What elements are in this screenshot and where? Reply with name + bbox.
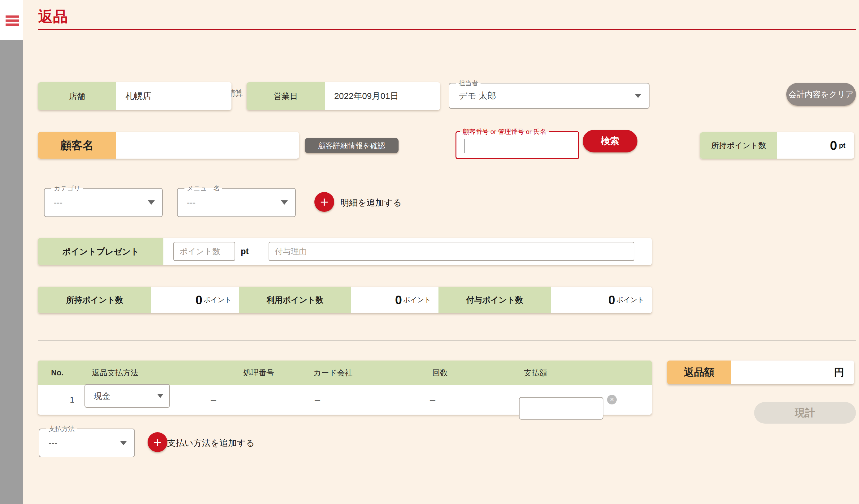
- used-points-summary-label: 利用ポイント数: [239, 287, 351, 313]
- installments-value: –: [426, 385, 439, 415]
- granted-points-summary-value: 0 ポイント: [551, 287, 652, 313]
- payment-method-select-value: ---: [49, 438, 57, 448]
- business-date-value: 2022年09月01日: [325, 82, 440, 110]
- payment-table-header: No. 返品支払方法 処理番号 カード会社 回数 支払額: [38, 361, 652, 385]
- held-points-value: 0 pt: [777, 132, 854, 159]
- sidebar: [0, 0, 23, 504]
- menu-bar: [5, 23, 19, 26]
- business-date-label: 営業日: [247, 82, 325, 110]
- amount-input[interactable]: [519, 397, 603, 420]
- add-item-label: 明細を追加する: [341, 197, 402, 209]
- process-no-value: –: [207, 385, 220, 415]
- cancel-icon[interactable]: ✕: [607, 395, 617, 405]
- chevron-down-icon: [120, 441, 127, 445]
- held-points-field: 所持ポイント数 0 pt: [700, 132, 854, 159]
- card-company-value: –: [311, 385, 324, 415]
- header-installments: 回数: [432, 361, 448, 385]
- store-field: 店舗 札幌店: [38, 82, 231, 110]
- payment-method-row-value: 現金: [94, 391, 110, 401]
- held-points-summary-label: 所持ポイント数: [38, 287, 151, 313]
- point-gift-label: ポイントプレゼント: [38, 238, 163, 265]
- menu-bar: [5, 19, 19, 22]
- business-date-field: 営業日 2022年09月01日: [247, 82, 440, 110]
- refund-total-field: 返品額 円: [667, 361, 854, 384]
- add-item-button[interactable]: +: [314, 192, 334, 212]
- customer-name-label: 顧客名: [38, 132, 116, 159]
- menu-select[interactable]: メニュー名 ---: [177, 188, 296, 217]
- staff-select-label: 担当者: [456, 79, 481, 87]
- menu-icon[interactable]: [5, 15, 19, 26]
- granted-points-summary-label: 付与ポイント数: [438, 287, 551, 313]
- add-payment-button[interactable]: +: [148, 432, 167, 452]
- header-card-company: カード会社: [314, 361, 352, 385]
- search-button[interactable]: 検索: [583, 130, 637, 153]
- customer-detail-button[interactable]: 顧客詳細情報を確認: [305, 138, 398, 153]
- clear-sale-button[interactable]: 会計内容をクリア: [786, 83, 856, 106]
- refund-total-unit: 円: [834, 365, 844, 379]
- chevron-down-icon: [148, 200, 155, 205]
- header-process-no: 処理番号: [243, 361, 274, 385]
- point-gift-unit: pt: [241, 238, 248, 265]
- chevron-down-icon: [281, 200, 288, 205]
- payment-method-select-label: 支払方法: [46, 425, 77, 433]
- category-select[interactable]: カテゴリ ---: [44, 188, 163, 217]
- category-select-value: ---: [54, 198, 62, 207]
- section-divider: [38, 340, 856, 341]
- menu-bar: [5, 15, 19, 18]
- point-gift-reason-input[interactable]: [269, 242, 634, 261]
- cash-total-button[interactable]: 現計: [754, 402, 856, 424]
- customer-search-input[interactable]: [467, 135, 573, 156]
- used-points-summary-value: 0 ポイント: [351, 287, 438, 313]
- store-label: 店舗: [38, 82, 116, 110]
- customer-name-field: 顧客名: [38, 132, 299, 159]
- staff-select-value: デモ 太郎: [458, 90, 496, 102]
- customer-name-value: [116, 132, 299, 159]
- menu-select-label: メニュー名: [184, 184, 222, 192]
- plus-icon: +: [153, 434, 162, 451]
- plus-icon: +: [320, 193, 329, 210]
- payment-method-row-select[interactable]: 現金: [85, 384, 170, 408]
- chevron-down-icon: [635, 94, 642, 98]
- header-amount: 支払額: [524, 361, 547, 385]
- customer-search-label: 顧客番号 or 管理番号 or 氏名: [460, 128, 549, 136]
- returns-page: 返品 新規会計 返品 レジ精算 閉店処理 店舗 札幌店 営業日 2022年09月…: [0, 0, 859, 504]
- store-value: 札幌店: [116, 82, 231, 110]
- header-method: 返品支払方法: [92, 361, 138, 385]
- staff-select[interactable]: 担当者 デモ 太郎: [449, 83, 649, 109]
- header-no: No.: [51, 361, 63, 385]
- refund-total-value: 円: [731, 361, 854, 384]
- text-caret: [464, 139, 465, 153]
- row-number: 1: [63, 385, 81, 415]
- title-divider: [38, 29, 856, 30]
- held-points-label: 所持ポイント数: [700, 132, 777, 159]
- customer-search-field[interactable]: 顧客番号 or 管理番号 or 氏名: [455, 131, 579, 159]
- payment-method-select[interactable]: 支払方法 ---: [39, 428, 135, 457]
- menu-select-value: ---: [187, 198, 196, 207]
- page-title: 返品: [38, 7, 68, 27]
- point-gift-amount-input[interactable]: [173, 242, 235, 261]
- point-summary-card: 所持ポイント数 0 ポイント 利用ポイント数 0 ポイント 付与ポイント数 0 …: [38, 287, 652, 313]
- payment-table: No. 返品支払方法 処理番号 カード会社 回数 支払額 1 現金 – – – …: [38, 361, 652, 415]
- add-payment-label: 支払い方法を追加する: [167, 437, 255, 449]
- chevron-down-icon: [157, 394, 163, 398]
- category-select-label: カテゴリ: [51, 184, 83, 192]
- point-gift-card: ポイントプレゼント pt: [38, 238, 652, 265]
- held-points-summary-value: 0 ポイント: [151, 287, 239, 313]
- refund-total-label: 返品額: [667, 361, 731, 384]
